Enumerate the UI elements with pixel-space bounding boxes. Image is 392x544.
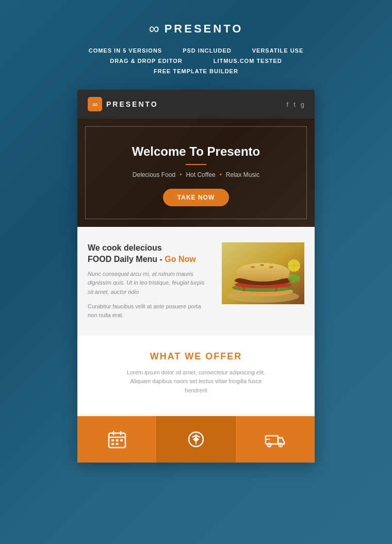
hero-divider [186, 164, 206, 165]
take-now-button[interactable]: TAKE NOW [163, 189, 229, 206]
email-social-links: f t g [287, 101, 304, 108]
go-now-link[interactable]: Go Now [165, 255, 195, 263]
email-hero: Welcome To Presento Delecious Food • Hot… [77, 119, 315, 227]
offer-description: Lorem ipsum dolor sit amet, consectetur … [119, 368, 273, 395]
feature-psd: PSD INCLUDED [183, 47, 232, 54]
svg-point-9 [260, 264, 264, 266]
content-left: We cook delecious FOOD Daily Menu - Go N… [88, 242, 211, 320]
feature-versatile: VERSATILE USE [252, 47, 304, 54]
hero-subtitle: Delecious Food • Hot Coffee • Relax Musi… [133, 171, 259, 178]
logo-infinity-icon: ∞ [149, 21, 159, 37]
email-logo-icon: ∞ [88, 97, 102, 111]
svg-rect-22 [111, 443, 114, 445]
features-row-2: DRAG & DROP EDITOR LITMUS.COM TESTED [10, 58, 382, 64]
email-logo-row: ∞ PRESENTO [88, 97, 158, 111]
food-svg [222, 242, 304, 304]
header-logo: ∞ PRESENTO [10, 21, 382, 37]
feature-versions: COMES IN 5 VERSIONS [89, 47, 162, 54]
svg-point-32 [280, 444, 281, 445]
calendar-icon [107, 429, 127, 450]
svg-rect-19 [111, 439, 114, 441]
delivery-icon [265, 429, 285, 450]
email-preview-card: ∞ PRESENTO f t g Welcome To Presento Del… [77, 90, 315, 463]
content-body2: Curabitur faucibus velit at ante posuere… [88, 302, 211, 320]
offer-title: WHAT WE OFFER [88, 351, 304, 362]
dot-1: • [179, 171, 182, 178]
icon-box-calendar [77, 416, 156, 463]
food-icon [186, 429, 206, 450]
content-title: We cook delecious FOOD Daily Menu - Go N… [88, 242, 211, 266]
feature-template-builder: FREE TEMPLATE BUILDER [154, 68, 238, 74]
subtitle-music: Relax Music [226, 171, 259, 178]
facebook-icon[interactable]: f [287, 101, 289, 108]
icon-box-delivery [236, 416, 315, 463]
logo-text: PRESENTO [165, 22, 243, 36]
svg-point-11 [288, 274, 300, 283]
icon-box-food [156, 416, 235, 463]
content-food-image [222, 242, 304, 306]
content-title-line2: FOOD Daily Menu - [88, 255, 162, 263]
hero-title: Welcome To Presento [132, 144, 260, 159]
svg-point-30 [269, 444, 270, 445]
svg-point-8 [251, 266, 255, 268]
subtitle-coffee: Hot Coffee [186, 171, 215, 178]
feature-litmus: LITMUS.COM TESTED [214, 58, 282, 64]
email-logo-text: PRESENTO [106, 100, 158, 108]
icon-boxes [77, 416, 315, 463]
email-offer: WHAT WE OFFER Lorem ipsum dolor sit amet… [77, 336, 315, 416]
feature-drag-drop: DRAG & DROP EDITOR [110, 58, 182, 64]
email-header: ∞ PRESENTO f t g [77, 90, 315, 119]
svg-rect-21 [120, 439, 123, 441]
svg-point-10 [269, 266, 273, 268]
twitter-icon[interactable]: t [293, 101, 296, 108]
svg-rect-20 [116, 439, 118, 441]
features-row-3: FREE TEMPLATE BUILDER [10, 68, 382, 74]
content-title-line1: We cook delecious [88, 243, 162, 252]
email-content: We cook delecious FOOD Daily Menu - Go N… [77, 227, 315, 336]
svg-point-27 [194, 437, 198, 441]
svg-rect-23 [116, 443, 118, 445]
subtitle-food: Delecious Food [133, 171, 175, 178]
dot-2: • [220, 171, 222, 178]
content-body1: Nunc consequat arcu mi, et rutrum mauris… [88, 270, 211, 297]
google-icon[interactable]: g [301, 101, 304, 108]
features-row-1: COMES IN 5 VERSIONS PSD INCLUDED VERSATI… [10, 47, 382, 54]
